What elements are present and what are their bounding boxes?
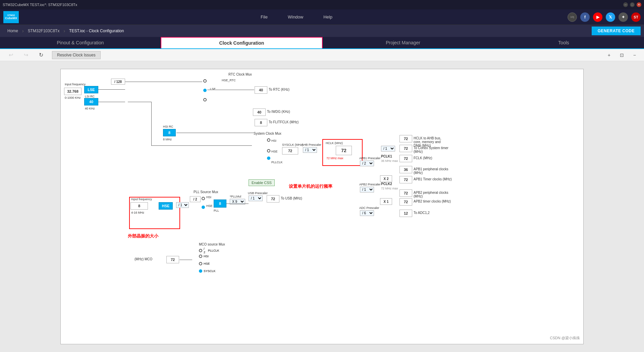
pll-hse-label: HSE	[206, 204, 213, 208]
toolbar: ↩ ↪ ↻ Resolve Clock Issues + ⊡ −	[0, 49, 644, 61]
hclk-max-label: 72 MHz max	[326, 157, 343, 160]
sys-clock-mux-label: System Clock Mux	[254, 132, 281, 135]
pll-source-mux-label: PLL Source Mux	[194, 190, 218, 194]
menu-file[interactable]: File	[251, 12, 278, 22]
sys-radio-hse[interactable]	[267, 149, 270, 152]
ahb-presc-select[interactable]: / 1	[303, 147, 317, 153]
youtube-icon[interactable]: ▶	[593, 12, 602, 22]
hsi8-box: 8	[163, 129, 176, 136]
redo-button[interactable]: ↪	[22, 50, 30, 59]
adc-label: To ADC1,2	[414, 211, 430, 215]
social-bar: 10) f ▶ 𝕏 ✦ ST	[568, 12, 641, 22]
tab-tools[interactable]: Tools	[483, 37, 644, 48]
adc-presc-select[interactable]: / 6	[360, 210, 374, 216]
refresh-button[interactable]: ↻	[37, 50, 45, 59]
to-iwdg-label: To IWDG (KHz)	[267, 110, 290, 114]
mco-sysclk-label: SYSCLK	[204, 269, 216, 273]
to-usb-label: To USB (MHz)	[281, 196, 302, 200]
hsi-rc-label: HSI RC	[163, 125, 173, 128]
sys-radio-pll[interactable]	[267, 157, 270, 160]
hclk-ahb-val[interactable]: 72	[399, 135, 412, 142]
breadcrumb-current[interactable]: TEST.ioc - Clock Configuration	[65, 29, 128, 33]
tab-bar: Pinout & Configuration Clock Configurati…	[0, 37, 644, 49]
menu-help[interactable]: Help	[313, 12, 342, 22]
usb-val[interactable]: 72	[267, 195, 279, 203]
sysclk-val[interactable]: 72	[282, 147, 298, 155]
rtc-radio-hse[interactable]	[203, 79, 207, 83]
mco-div2-label: / 2	[204, 247, 205, 254]
apb2-presc-label: APB2 Prescaler	[359, 183, 381, 186]
pll-label: PLL	[214, 209, 219, 212]
input-freq2-val[interactable]: 8	[130, 202, 148, 210]
pclk1-max: 36 MHz max	[381, 159, 398, 163]
rtc-out-val[interactable]: 40	[255, 86, 267, 94]
pllclk-sys-label: PLLCLK	[271, 161, 283, 164]
apb1-timer-label: APB1 Timer clocks (MHz)	[414, 177, 452, 181]
st-icon[interactable]: ST	[631, 12, 641, 22]
iwdg-val[interactable]: 40	[253, 108, 266, 116]
generate-code-button[interactable]: GENERATE CODE	[592, 27, 641, 35]
hse-div1-select[interactable]: / 1	[176, 202, 189, 208]
mco-hsi-label: HSI	[204, 255, 209, 258]
usb-presc-select[interactable]: / 1	[249, 195, 263, 201]
rtc-radio-lsi[interactable]	[203, 98, 207, 101]
undo-button[interactable]: ↩	[7, 50, 15, 59]
hclk-val[interactable]: 72	[336, 146, 352, 155]
minimize-button[interactable]: ─	[623, 2, 628, 7]
adc-val[interactable]: 12	[399, 210, 412, 217]
apb1-presc-select[interactable]: / 2	[360, 161, 374, 166]
tab-clock[interactable]: Clock Configuration	[161, 37, 323, 48]
cortex-val[interactable]: 72	[399, 145, 412, 152]
close-button[interactable]: ✕	[637, 2, 641, 7]
mco-val[interactable]: 72	[166, 256, 179, 263]
flit-val[interactable]: 8	[255, 119, 267, 126]
mco-hse-label: HSE	[204, 262, 210, 265]
facebook-icon[interactable]: f	[580, 12, 590, 22]
mco-radio-hse[interactable]	[199, 262, 202, 265]
breadcrumb-home[interactable]: Home	[3, 29, 22, 33]
tab-project[interactable]: Project Manager	[323, 37, 483, 48]
mco-source-mux-label: MCO source Mux	[199, 243, 225, 246]
apb2-peri-val[interactable]: 72	[399, 189, 412, 197]
line-rtc-out	[207, 90, 254, 90]
window-title: STM32CubeMX TEST.ioc*: STM32F103C8Tx	[3, 3, 77, 7]
network-icon[interactable]: ✦	[619, 12, 628, 22]
input-freq1-val[interactable]: 32.768	[64, 88, 82, 95]
rtc-radio-lse[interactable]	[203, 89, 207, 92]
apb1-peri-val[interactable]: 36	[399, 166, 412, 173]
mco-label: (MHz) MCO	[135, 257, 152, 261]
line-lse-mux	[98, 89, 125, 90]
clock-diagram: RTC Clock Mux Input frequency 32.768 0-1…	[60, 69, 584, 344]
cortex-label: To Cortex System timer (MHz)	[414, 146, 454, 153]
line-lsi-mux	[98, 102, 125, 102]
tab-pinout[interactable]: Pinout & Configuration	[0, 37, 161, 48]
zoom-in-button[interactable]: +	[606, 51, 612, 59]
maximize-button[interactable]: □	[630, 2, 635, 7]
enable-css-button[interactable]: Enable CSS	[249, 179, 275, 186]
mco-radio-sysclk[interactable]	[199, 269, 202, 273]
pll-radio-hse[interactable]	[202, 206, 205, 209]
apb1-timer-val[interactable]: 72	[399, 176, 412, 183]
fclk-val[interactable]: 72	[399, 155, 412, 162]
hse-sys-label: HSE	[271, 150, 278, 153]
div128-box[interactable]: / 128	[111, 79, 125, 85]
menu-window[interactable]: Window	[278, 12, 313, 22]
line-flitfclk	[176, 133, 254, 133]
div2-pll-box[interactable]: / 2	[190, 196, 201, 202]
lse-box: LSE	[84, 86, 98, 93]
apb2-timer-val[interactable]: 72	[399, 198, 412, 206]
menu-bar: STM32 CubeMX File Window Help 10) f ▶ 𝕏 …	[0, 9, 644, 25]
mco-radio-hsi[interactable]	[199, 255, 202, 258]
fit-button[interactable]: ⊡	[619, 51, 625, 59]
resolve-clock-button[interactable]: Resolve Clock Issues	[52, 51, 101, 59]
mco-pllclk-label: PLLCLK	[208, 249, 219, 252]
sys-radio-hsi[interactable]	[267, 138, 270, 142]
breadcrumb-chip[interactable]: STM32F103C8Tx	[24, 29, 64, 33]
mco-radio-div2[interactable]	[199, 249, 202, 252]
apb2-presc-select[interactable]: / 1	[360, 187, 374, 192]
zoom-out-button[interactable]: −	[632, 51, 637, 59]
cortex-div-select[interactable]: / 1	[381, 146, 395, 151]
twitter-icon[interactable]: 𝕏	[606, 12, 615, 22]
x2-box: X 2	[380, 175, 392, 182]
pll-radio-hsi[interactable]	[202, 197, 205, 200]
